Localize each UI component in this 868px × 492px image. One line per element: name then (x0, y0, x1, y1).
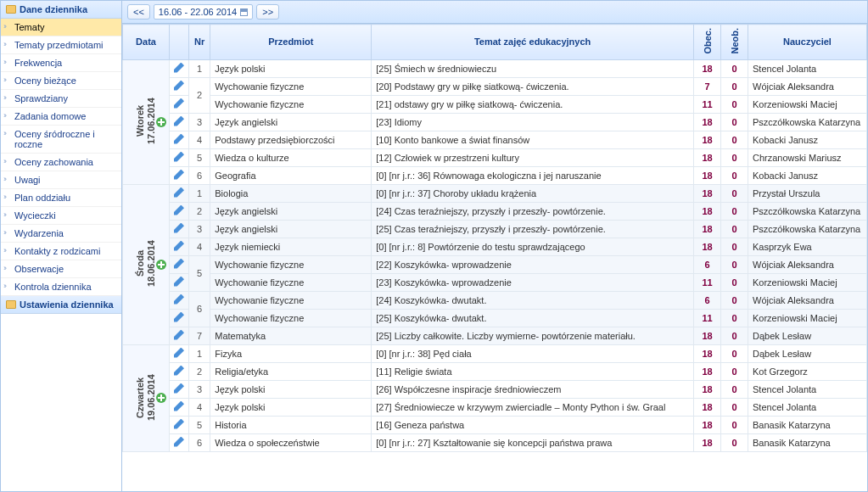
pencil-icon (174, 205, 184, 215)
date-range-input[interactable]: 16.06 - 22.06 2014 (154, 4, 253, 20)
pencil-icon (174, 259, 184, 269)
edit-cell[interactable] (170, 131, 189, 148)
obec-cell: 6 (694, 291, 721, 309)
obec-cell: 18 (694, 416, 721, 433)
edit-cell[interactable] (170, 433, 189, 451)
neob-cell: 0 (721, 202, 748, 220)
edit-cell[interactable] (170, 398, 189, 416)
neob-cell: 0 (721, 95, 748, 113)
obec-cell: 11 (694, 273, 721, 291)
pencil-icon (174, 152, 184, 162)
neob-cell: 0 (721, 238, 748, 255)
topic-cell: [24] Koszykówka- dwutakt. (372, 291, 694, 309)
nr-cell: 1 (189, 59, 210, 77)
neob-cell: 0 (721, 220, 748, 238)
col-header-nr: Nr (189, 25, 210, 60)
toolbar: << 16.06 - 22.06 2014 >> (122, 1, 867, 24)
col-header-teacher: Nauczyciel (748, 25, 867, 60)
edit-cell[interactable] (170, 220, 189, 238)
teacher-cell: Wójciak Aleksandra (748, 77, 867, 95)
pencil-icon (174, 383, 184, 394)
subject-cell: Wychowanie fizyczne (210, 77, 372, 95)
sidebar-item[interactable]: Kontrola dziennika (1, 278, 121, 296)
topic-cell: [23] Idiomy (372, 113, 694, 131)
edit-cell[interactable] (170, 184, 189, 202)
edit-cell[interactable] (170, 380, 189, 398)
edit-cell[interactable] (170, 291, 189, 309)
col-header-edit (170, 25, 189, 60)
sidebar-item[interactable]: Sprawdziany (1, 90, 121, 108)
edit-cell[interactable] (170, 273, 189, 291)
sidebar-item[interactable]: Obserwacje (1, 260, 121, 278)
subject-cell: Wychowanie fizyczne (210, 273, 372, 291)
add-icon[interactable] (156, 117, 166, 127)
sidebar-item[interactable]: Zadania domowe (1, 108, 121, 126)
sidebar-item[interactable]: Uwagi (1, 171, 121, 189)
sidebar-item[interactable]: Frekwencja (1, 54, 121, 72)
col-header-obec: Obec. (694, 25, 721, 60)
subject-cell: Historia (210, 416, 372, 433)
pencil-icon (174, 170, 184, 180)
obec-cell: 18 (694, 344, 721, 362)
teacher-cell: Stencel Jolanta (748, 398, 867, 416)
edit-cell[interactable] (170, 344, 189, 362)
edit-cell[interactable] (170, 309, 189, 327)
edit-cell[interactable] (170, 166, 189, 184)
pencil-icon (174, 277, 184, 287)
neob-cell: 0 (721, 327, 748, 344)
add-icon[interactable] (156, 260, 166, 270)
sidebar-item[interactable]: Oceny śródroczne i roczne (1, 126, 121, 154)
topic-cell: [0] [nr j.r.: 36] Równowaga ekologiczna … (372, 166, 694, 184)
edit-cell[interactable] (170, 113, 189, 131)
neob-cell: 0 (721, 273, 748, 291)
nr-cell: 2 (189, 362, 210, 380)
edit-cell[interactable] (170, 95, 189, 113)
topic-cell: [20] Podstawy gry w piłkę siatkową- ćwic… (372, 77, 694, 95)
next-week-button[interactable]: >> (256, 4, 279, 20)
teacher-cell: Banasik Katarzyna (748, 416, 867, 433)
sidebar-item[interactable]: Oceny bieżące (1, 72, 121, 90)
sidebar-item[interactable]: Plan oddziału (1, 189, 121, 207)
pencil-icon (174, 294, 184, 305)
edit-cell[interactable] (170, 362, 189, 380)
neob-cell: 0 (721, 148, 748, 166)
subject-cell: Język polski (210, 59, 372, 77)
topic-cell: [0] [nr j.r.: 8] Powtórzenie do testu sp… (372, 238, 694, 255)
edit-cell[interactable] (170, 416, 189, 433)
teacher-cell: Banasik Katarzyna (748, 433, 867, 451)
obec-cell: 18 (694, 113, 721, 131)
add-icon[interactable] (156, 393, 166, 403)
topic-cell: [25] Śmiech w średniowieczu (372, 59, 694, 77)
edit-cell[interactable] (170, 238, 189, 255)
topic-cell: [12] Człowiek w przestrzeni kultury (372, 148, 694, 166)
edit-cell[interactable] (170, 327, 189, 344)
nr-cell: 1 (189, 344, 210, 362)
sidebar-item[interactable]: Oceny zachowania (1, 154, 121, 171)
pencil-icon (174, 187, 184, 198)
teacher-cell: Pszczółkowska Katarzyna (748, 220, 867, 238)
nr-cell: 5 (189, 255, 210, 291)
teacher-cell: Stencel Jolanta (748, 59, 867, 77)
edit-cell[interactable] (170, 77, 189, 95)
edit-cell[interactable] (170, 148, 189, 166)
sidebar-item[interactable]: Tematy (1, 19, 121, 36)
neob-cell: 0 (721, 166, 748, 184)
col-header-topic: Temat zajęć edukacyjnych (372, 25, 694, 60)
sidebar-item[interactable]: Kontakty z rodzicami (1, 243, 121, 260)
nr-cell: 5 (189, 148, 210, 166)
edit-cell[interactable] (170, 255, 189, 273)
prev-week-button[interactable]: << (127, 4, 150, 20)
neob-cell: 0 (721, 416, 748, 433)
teacher-cell: Chrzanowski Mariusz (748, 148, 867, 166)
nr-cell: 3 (189, 380, 210, 398)
teacher-cell: Korzeniowski Maciej (748, 273, 867, 291)
sidebar-item[interactable]: Wydarzenia (1, 225, 121, 243)
subject-cell: Język angielski (210, 220, 372, 238)
teacher-cell: Stencel Jolanta (748, 380, 867, 398)
edit-cell[interactable] (170, 202, 189, 220)
neob-cell: 0 (721, 77, 748, 95)
sidebar-item[interactable]: Wycieczki (1, 207, 121, 225)
edit-cell[interactable] (170, 59, 189, 77)
sidebar-item[interactable]: Tematy przedmiotami (1, 36, 121, 54)
calendar-icon (240, 8, 248, 16)
